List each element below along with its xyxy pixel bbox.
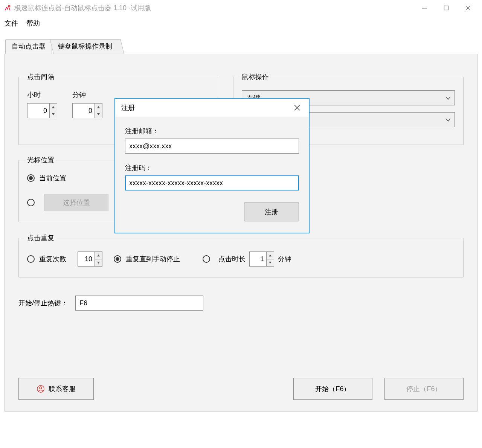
hotkey-input[interactable] [75, 296, 203, 311]
button-label: 注册 [265, 208, 278, 216]
chevron-down-icon [445, 94, 451, 102]
hours-spinner[interactable] [27, 103, 57, 118]
chevron-down-icon [445, 116, 451, 124]
window-titlebar: 极速鼠标连点器-自动鼠标点击器 1.10 -试用版 [0, 0, 482, 16]
group-legend: 点击重复 [26, 233, 56, 242]
spinner-up-icon[interactable] [95, 104, 102, 111]
contact-support-button[interactable]: 联系客服 [18, 378, 94, 400]
svg-rect-2 [444, 6, 448, 10]
spinner-down-icon[interactable] [95, 111, 102, 118]
register-dialog: 注册 注册邮箱： 注册码： 注册 [114, 98, 310, 233]
svg-rect-1 [422, 8, 427, 9]
code-label: 注册码： [125, 163, 299, 172]
svg-point-4 [40, 387, 42, 389]
spinner-down-icon[interactable] [267, 259, 274, 267]
radio-icon [114, 255, 121, 263]
pick-position-button[interactable]: 选择位置 [44, 194, 108, 211]
hours-input[interactable] [27, 104, 49, 118]
person-icon [37, 385, 45, 393]
radio-icon [27, 199, 35, 206]
svg-point-0 [9, 5, 11, 7]
radio-icon [27, 255, 35, 263]
repeat-times-spinner[interactable] [78, 251, 102, 267]
spinner-down-icon[interactable] [50, 111, 57, 118]
radio-click-duration[interactable]: 点击时长 分钟 [203, 251, 291, 267]
dialog-titlebar: 注册 [115, 99, 309, 117]
radio-label: 重复直到手动停止 [126, 254, 180, 264]
hotkey-label: 开始/停止热键： [18, 299, 68, 308]
radio-repeat-times[interactable]: 重复次数 [27, 254, 66, 264]
radio-label: 重复次数 [39, 254, 66, 264]
tabs: 自动点击器 键盘鼠标操作录制 [0, 39, 482, 54]
tab-recorder[interactable]: 键盘鼠标操作录制 [50, 39, 124, 54]
spinner-up-icon[interactable] [50, 104, 57, 111]
radio-label: 当前位置 [39, 174, 66, 183]
group-click-repeat: 点击重复 重复次数 重复直到手动停止 点击时长 [18, 233, 464, 277]
button-label: 联系客服 [49, 384, 76, 393]
button-label: 开始（F6） [315, 384, 350, 393]
bottom-buttons: 联系客服 开始（F6） 停止（F6） [18, 378, 464, 400]
tab-auto-clicker[interactable]: 自动点击器 [5, 39, 52, 54]
minutes-spinner[interactable] [72, 103, 102, 118]
button-label: 停止（F6） [406, 384, 441, 393]
hours-label: 小时 [27, 90, 57, 99]
email-label: 注册邮箱： [125, 126, 299, 136]
register-submit-button[interactable]: 注册 [244, 203, 299, 221]
radio-repeat-until-stop[interactable]: 重复直到手动停止 [114, 254, 180, 264]
minutes-input[interactable] [73, 104, 95, 118]
dialog-title: 注册 [121, 103, 135, 112]
code-input[interactable] [125, 175, 299, 190]
close-button[interactable] [457, 0, 479, 15]
duration-input[interactable] [250, 252, 266, 266]
minutes-label: 分钟 [72, 90, 102, 99]
spinner-up-icon[interactable] [95, 252, 102, 259]
email-input[interactable] [125, 139, 299, 154]
dialog-close-button[interactable] [288, 100, 307, 115]
menu-file[interactable]: 文件 [5, 19, 18, 28]
radio-label: 点击时长 [218, 254, 246, 264]
minimize-button[interactable] [413, 0, 435, 15]
stop-button[interactable]: 停止（F6） [384, 378, 464, 400]
group-legend: 光标位置 [26, 155, 56, 165]
repeat-times-input[interactable] [78, 252, 95, 266]
hotkey-row: 开始/停止热键： [18, 296, 464, 311]
group-legend: 鼠标操作 [240, 72, 270, 81]
group-legend: 点击间隔 [26, 72, 56, 81]
start-button[interactable]: 开始（F6） [293, 378, 372, 400]
spinner-up-icon[interactable] [267, 252, 274, 259]
radio-icon [27, 174, 35, 182]
window-title: 极速鼠标连点器-自动鼠标点击器 1.10 -试用版 [14, 3, 151, 12]
maximize-button[interactable] [435, 0, 457, 15]
menu-help[interactable]: 帮助 [26, 19, 40, 28]
duration-spinner[interactable] [249, 251, 274, 267]
tab-label: 自动点击器 [12, 43, 46, 50]
duration-unit: 分钟 [278, 254, 291, 264]
tab-label: 键盘鼠标操作录制 [58, 42, 112, 51]
menubar: 文件 帮助 [0, 16, 482, 31]
spinner-down-icon[interactable] [95, 259, 102, 267]
radio-icon [203, 255, 210, 263]
app-icon [4, 4, 11, 12]
